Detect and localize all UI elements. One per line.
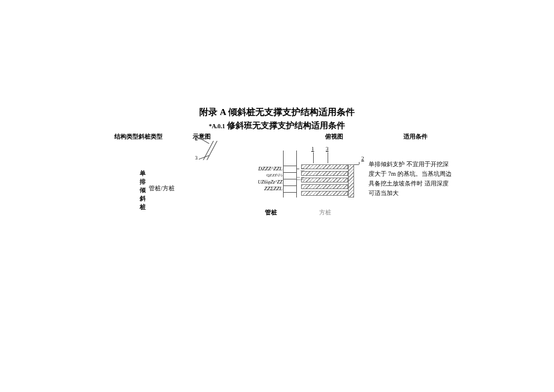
title-text: 倾斜桩无支撑支护结构适用条件: [228, 107, 355, 117]
topview-callout-3: 3: [326, 146, 329, 152]
pipe-text-r2: QZZI½½: [247, 172, 282, 179]
label-square-pile: 方桩: [319, 208, 331, 217]
pipe-text-r3: UZ6iφZz^ZZ: [247, 179, 282, 185]
header-struct-type: 结构类型斜桩类型: [114, 132, 163, 141]
applicable-conditions: 单排倾斜支护 不宜用于开挖深度大于 7m 的基坑。当基坑周边具备挖土放坡条件时 …: [369, 160, 453, 198]
sketch-callout-3: 3: [195, 155, 198, 161]
title-prefix: 附录 A: [199, 107, 226, 117]
label-pipe-pile: 管桩: [265, 208, 277, 217]
topview-diagram: 1 3 2: [301, 151, 358, 198]
pipe-frame-right: [296, 151, 297, 198]
pipe-frame-h3: [283, 179, 296, 179]
pipe-frame-h5: [283, 192, 296, 193]
pipe-text-r4: ZZΣZZL: [247, 185, 282, 192]
topview-leader-3: [328, 152, 328, 163]
pipe-frame-h1: [283, 166, 296, 166]
section-text: 修斜班无支撑支护结构适用条件: [227, 121, 345, 130]
pile-row-1: [301, 164, 348, 169]
pipe-text-r1: DZZZ^ZZL: [247, 166, 282, 172]
appendix-title: 附录 A 倾斜桩无支撑支护结构适用条件: [0, 107, 554, 118]
topview-callout-2: 2: [361, 155, 364, 161]
topview-leader-2b: [359, 162, 359, 164]
topview-leader-1: [313, 152, 314, 163]
section-title: *A.0.1 修斜班无支撑支护结构适用条件: [0, 120, 554, 131]
pipe-frame-h2: [283, 172, 296, 173]
crown-beam: [348, 164, 354, 198]
sketch-diagram: 2 3: [187, 137, 229, 173]
pile-row-3: [301, 178, 348, 182]
topview-leader-2a: [354, 164, 359, 165]
pile-row-2: [301, 171, 348, 176]
pile-row-5: [301, 191, 348, 196]
pipe-frame-h4: [283, 185, 296, 186]
pile-row-4: [301, 184, 348, 189]
section-prefix: *A.0.1: [209, 123, 225, 129]
topview-callout-1: 1: [311, 146, 314, 152]
header-conditions: 适用条件: [403, 132, 428, 141]
pipe-section-frame: 二 二二: [283, 151, 296, 198]
pipe-frame-left: [283, 151, 284, 198]
header-topview: 俯视图: [325, 132, 343, 141]
pipe-section-text: DZZZ^ZZL QZZI½½ UZ6iφZz^ZZ ZZΣZZL: [247, 166, 282, 192]
pile-type-label: 管桩/方桩: [149, 184, 175, 193]
struct-type-label: 单排倾斜桩: [140, 169, 146, 211]
pipe-tick-1: [296, 169, 299, 169]
